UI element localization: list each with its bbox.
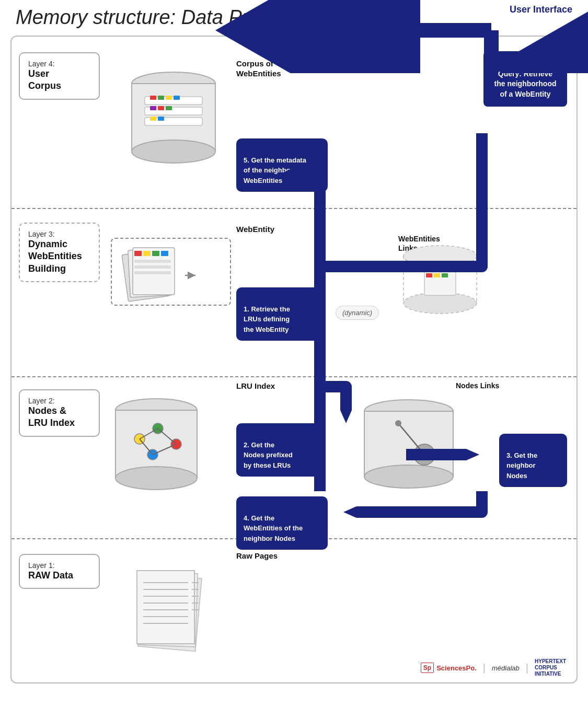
step1-bubble: 1. Retrieve the LRUs defining the WebEnt… bbox=[236, 287, 320, 341]
svg-point-11 bbox=[132, 140, 215, 163]
corpus-webentities-label: Corpus of WebEntities bbox=[236, 48, 281, 79]
layer4-divider bbox=[11, 208, 577, 209]
layer2-label: Layer 2: Nodes & LRU Index bbox=[19, 389, 100, 437]
layer1-label: Layer 1: RAW Data bbox=[19, 554, 100, 589]
step5-bubble: 5. Get the metadata of the neighbor WebE… bbox=[236, 138, 328, 192]
svg-point-59 bbox=[395, 420, 401, 426]
svg-rect-19 bbox=[150, 106, 156, 110]
svg-rect-41 bbox=[434, 273, 440, 277]
footer-divider1: | bbox=[483, 662, 486, 674]
svg-rect-27 bbox=[134, 251, 142, 256]
webentities-links-db bbox=[398, 240, 482, 326]
svg-rect-32 bbox=[134, 265, 171, 269]
layer3-divider bbox=[11, 376, 577, 377]
svg-rect-29 bbox=[152, 251, 159, 256]
lru-index-db bbox=[111, 392, 202, 496]
query-box: Query: Retrieve the neighborhood of a We… bbox=[483, 51, 567, 107]
step2-bubble: 2. Get the Nodes prefixed by these LRUs bbox=[236, 423, 322, 477]
sciencespo-text: SciencesPo. bbox=[436, 664, 477, 672]
svg-rect-40 bbox=[426, 273, 432, 277]
step3-bubble: 3. Get the neighbor Nodes bbox=[499, 434, 567, 487]
svg-rect-23 bbox=[158, 117, 164, 121]
svg-rect-33 bbox=[134, 271, 171, 274]
webentity-label: WebEntity bbox=[236, 225, 274, 234]
svg-rect-22 bbox=[150, 117, 156, 121]
step4-bubble: 4. Get the WebEntities of the neighbor N… bbox=[236, 496, 328, 550]
layer4-label: Layer 4: User Corpus bbox=[19, 52, 100, 100]
svg-rect-15 bbox=[150, 96, 156, 100]
corpus-db-icon bbox=[126, 63, 221, 169]
svg-rect-30 bbox=[161, 251, 168, 256]
nodes-links-label: Nodes Links bbox=[456, 381, 499, 390]
user-interface-label: User Interface bbox=[510, 4, 572, 15]
svg-point-35 bbox=[403, 246, 477, 266]
hypertext-text: HYPERTEXT CORPUS INITIATIVE bbox=[535, 658, 566, 677]
footer-divider2: | bbox=[526, 662, 528, 674]
svg-rect-20 bbox=[158, 106, 164, 110]
lru-index-label: LRU Index bbox=[236, 381, 275, 390]
svg-rect-31 bbox=[134, 260, 171, 263]
svg-rect-42 bbox=[442, 273, 448, 277]
raw-pages-icon bbox=[132, 564, 215, 668]
raw-pages-label: Raw Pages bbox=[236, 551, 278, 560]
svg-marker-7 bbox=[343, 506, 356, 518]
svg-rect-28 bbox=[143, 251, 151, 256]
svg-rect-21 bbox=[166, 106, 172, 110]
svg-marker-6 bbox=[466, 449, 479, 460]
medialab-text: médialab bbox=[492, 664, 520, 672]
svg-marker-5 bbox=[340, 410, 352, 423]
dynamic-label: (dynamic) bbox=[336, 306, 379, 320]
svg-point-56 bbox=[364, 465, 453, 488]
svg-rect-18 bbox=[174, 96, 180, 100]
svg-rect-16 bbox=[158, 96, 164, 100]
svg-point-45 bbox=[116, 467, 197, 490]
webentity-dashed-box bbox=[111, 238, 231, 306]
footer: Sp SciencesPo. | médialab | HYPERTEXT CO… bbox=[421, 658, 566, 677]
svg-rect-17 bbox=[166, 96, 172, 100]
svg-rect-62 bbox=[137, 571, 194, 644]
svg-point-38 bbox=[403, 293, 477, 314]
sciencespo-logo: Sp SciencesPo. bbox=[421, 663, 477, 673]
nodes-links-db bbox=[356, 395, 461, 496]
page-title: Memory structure: Data Provided for a Qu… bbox=[16, 6, 412, 29]
layer3-label: Layer 3: Dynamic WebEntities Building bbox=[19, 223, 100, 282]
main-container: Layer 4: User Corpus Layer 3: Dynamic We… bbox=[10, 36, 578, 683]
